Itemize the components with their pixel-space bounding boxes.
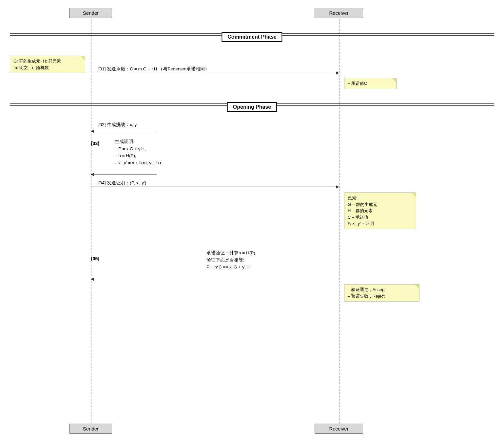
arrow-02	[91, 131, 157, 131]
receiver-result-note: – 验证通过，Accept – 验证失败，Reject	[344, 284, 419, 302]
arrow-03	[91, 174, 157, 174]
receiver-c-note: – 承诺值C	[344, 78, 397, 89]
commitment-phase-label: Commitment Phase	[222, 32, 282, 42]
arrow-01	[91, 73, 339, 73]
msg-04-label: [04] 发送证明：(P, x', y')	[98, 180, 146, 186]
sender-top-box: Sender	[69, 8, 112, 18]
sender-lifeline	[91, 19, 91, 424]
arrow-05	[91, 279, 339, 279]
msg-02-label: [02] 生成挑战：x, y	[98, 122, 137, 128]
arrow-04	[91, 187, 339, 187]
opening-phase-label: Opening Phase	[227, 102, 277, 112]
msg-03-content: 生成证明: – P = x.G + y.H, – h = H(P), – x',…	[115, 138, 162, 166]
sender-params-note: G: 群的生成元, H: 群元素 m: 明文，r: 随机数	[10, 56, 85, 73]
msg-05-content: 承诺验证：计算h = H(P), 验证下面是否相等: P + h*C == x'…	[206, 249, 256, 271]
receiver-bottom-box: Receiver	[315, 424, 363, 434]
msg-05-label: [05]	[91, 256, 99, 261]
receiver-lifeline	[339, 19, 339, 424]
receiver-known-note: 已知: G – 群的生成元 H – 群的元素 C – 承诺值 P, x', y'…	[344, 192, 416, 229]
msg-03-label: [03]	[91, 141, 99, 146]
diagram: Sender Receiver Sender Receiver Commitme…	[0, 0, 504, 440]
msg-01-label: [01] 发送承诺：C = m.G + r.H （与Pedersen承诺相同）	[98, 66, 209, 72]
sender-bottom-box: Sender	[69, 424, 112, 434]
receiver-top-box: Receiver	[315, 8, 363, 18]
